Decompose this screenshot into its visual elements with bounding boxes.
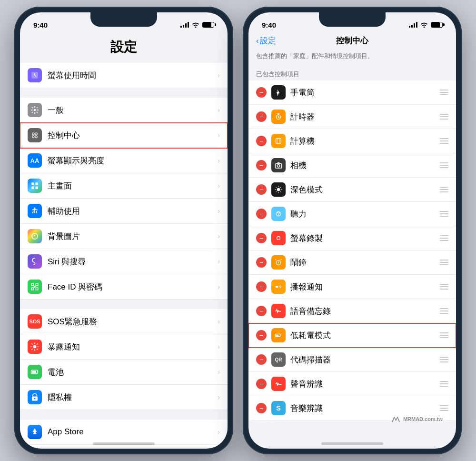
exposure-label: 暴露通知 bbox=[48, 341, 218, 352]
back-button[interactable]: ‹ 設定 bbox=[256, 35, 276, 46]
appstore-label: App Store bbox=[48, 427, 218, 437]
chevron-icon: › bbox=[218, 71, 220, 79]
list-item-alarm[interactable]: − 鬧鐘 bbox=[248, 251, 456, 275]
list-item-exposure[interactable]: 暴露通知 › bbox=[20, 334, 228, 360]
flashlight-label: 手電筒 bbox=[290, 87, 440, 98]
list-item-battery[interactable]: 電池 › bbox=[20, 360, 228, 385]
voicememo-label: 語音備忘錄 bbox=[290, 306, 440, 317]
svg-rect-9 bbox=[36, 187, 38, 189]
wifi-icon bbox=[192, 22, 199, 28]
remove-btn-calculator[interactable]: − bbox=[256, 136, 267, 146]
remove-btn-timer[interactable]: − bbox=[256, 111, 267, 122]
back-label: 設定 bbox=[260, 35, 276, 46]
remove-btn-flashlight[interactable]: − bbox=[256, 87, 267, 98]
chevron-icon: › bbox=[218, 106, 220, 114]
appstore-icon bbox=[28, 425, 42, 439]
svg-rect-32 bbox=[276, 286, 278, 288]
drag-handle-alarm bbox=[440, 260, 448, 265]
list-item-homescreen[interactable]: 主畫面 › bbox=[20, 173, 228, 199]
siri-label: Siri 與搜尋 bbox=[48, 256, 218, 267]
right-phone: 9:40 ‹ 設定 控制中心 包含推薦的「家庭」配件和情境控制項 bbox=[243, 7, 462, 454]
list-item-siri[interactable]: Siri 與搜尋 › bbox=[20, 249, 228, 274]
chevron-icon: › bbox=[218, 368, 220, 376]
svg-point-16 bbox=[33, 345, 37, 349]
drag-handle-hearing bbox=[440, 211, 448, 217]
list-item-accessibility[interactable]: 輔助使用 › bbox=[20, 199, 228, 224]
camera-label: 相機 bbox=[290, 160, 440, 171]
svg-point-1 bbox=[34, 109, 36, 111]
remove-btn-camera[interactable]: − bbox=[256, 160, 267, 170]
remove-btn-voicememo[interactable]: − bbox=[256, 306, 267, 316]
chevron-icon: › bbox=[218, 157, 220, 164]
svg-rect-12 bbox=[31, 283, 34, 286]
qrcode-label: 代碼掃描器 bbox=[290, 354, 440, 365]
page-title-left: 設定 bbox=[20, 33, 228, 63]
page-title-right: 控制中心 bbox=[336, 35, 368, 46]
list-item-qrcode[interactable]: − QR 代碼掃描器 bbox=[248, 348, 456, 372]
remove-btn-screenrecord[interactable]: − bbox=[256, 233, 267, 243]
list-item-screenrecord[interactable]: − 螢幕錄製 bbox=[248, 226, 456, 251]
drag-handle-darkmode bbox=[440, 187, 448, 192]
list-item-hearing[interactable]: − 聽力 bbox=[248, 202, 456, 226]
list-item-camera[interactable]: − 相機 bbox=[248, 153, 456, 178]
chevron-icon: › bbox=[218, 318, 220, 325]
general-label: 一般 bbox=[48, 105, 218, 116]
list-item-voicememo[interactable]: − 語音備忘錄 bbox=[248, 299, 456, 323]
shazam-icon: S bbox=[271, 401, 286, 415]
sos-label: SOS緊急服務 bbox=[48, 316, 218, 327]
lowpower-label: 低耗電模式 bbox=[290, 330, 440, 341]
list-item-announce[interactable]: − 播報通知 bbox=[248, 275, 456, 299]
remove-btn-lowpower[interactable]: − bbox=[256, 330, 267, 341]
list-item-darkmode[interactable]: − 深色模式 bbox=[248, 178, 456, 202]
sos-icon: SOS bbox=[28, 314, 42, 329]
list-item-flashlight[interactable]: − 手電筒 bbox=[248, 80, 456, 105]
remove-btn-alarm[interactable]: − bbox=[256, 257, 267, 268]
list-item-soundrecognition[interactable]: − 聲音辨識 bbox=[248, 372, 456, 396]
status-icons-left bbox=[180, 22, 214, 28]
list-item-appstore[interactable]: App Store › bbox=[20, 420, 228, 445]
screen-time-label: 螢幕使用時間 bbox=[48, 70, 218, 81]
screenrecord-label: 螢幕錄製 bbox=[290, 233, 440, 244]
list-item-calculator[interactable]: − 計算機 bbox=[248, 129, 456, 153]
drag-handle-calculator bbox=[440, 138, 448, 144]
control-center-icon bbox=[28, 128, 42, 142]
list-item-privacy[interactable]: 隱私權 › bbox=[20, 385, 228, 410]
list-item-sos[interactable]: SOS SOS緊急服務 › bbox=[20, 309, 228, 334]
battery-label: 電池 bbox=[48, 367, 218, 378]
drag-handle-qrcode bbox=[440, 357, 448, 362]
homescreen-label: 主畫面 bbox=[48, 180, 218, 191]
drag-handle-lowpower bbox=[440, 332, 448, 338]
drag-handle-voicememo bbox=[440, 308, 448, 314]
control-center-label: 控制中心 bbox=[48, 130, 218, 141]
remove-btn-soundrecognition[interactable]: − bbox=[256, 379, 267, 389]
screen-time-icon bbox=[28, 68, 42, 82]
svg-rect-14 bbox=[31, 288, 34, 290]
list-item-wallet[interactable]: 錢包與 Apple Pay › bbox=[20, 445, 228, 447]
svg-rect-15 bbox=[36, 288, 38, 290]
remove-btn-darkmode[interactable]: − bbox=[256, 184, 267, 195]
list-item-general[interactable]: 一般 › bbox=[20, 98, 228, 123]
watermark: MRMAD.com.tw bbox=[392, 416, 443, 422]
remove-btn-announce[interactable]: − bbox=[256, 281, 267, 292]
battery-icon bbox=[202, 22, 214, 28]
list-item-lowpower[interactable]: − 低耗電模式 bbox=[248, 323, 456, 348]
hearing-label: 聽力 bbox=[290, 209, 440, 220]
remove-btn-qrcode[interactable]: − bbox=[256, 354, 267, 365]
list-item-control-center[interactable]: 控制中心 › bbox=[20, 123, 228, 148]
chevron-icon: › bbox=[218, 393, 220, 401]
list-item-wallpaper[interactable]: 背景圖片 › bbox=[20, 224, 228, 249]
list-item-timer[interactable]: − 計時器 bbox=[248, 105, 456, 129]
signal-icon-right bbox=[409, 22, 417, 28]
list-item-screen-time[interactable]: 螢幕使用時間 › bbox=[20, 63, 228, 88]
qrcode-icon: QR bbox=[271, 352, 286, 367]
remove-btn-shazam[interactable]: − bbox=[256, 403, 267, 413]
remove-btn-hearing[interactable]: − bbox=[256, 209, 267, 219]
svg-rect-6 bbox=[31, 182, 34, 185]
list-item-faceid[interactable]: Face ID 與密碼 › bbox=[20, 274, 228, 300]
battery-icon-right bbox=[431, 22, 443, 28]
separator-1 bbox=[20, 88, 228, 98]
privacy-label: 隱私權 bbox=[48, 392, 218, 403]
list-item-display[interactable]: AA 螢幕顯示與亮度 › bbox=[20, 148, 228, 173]
right-screen: 9:40 ‹ 設定 控制中心 包含推薦的「家庭」配件和情境控制項 bbox=[248, 12, 456, 449]
homescreen-icon bbox=[28, 179, 42, 193]
